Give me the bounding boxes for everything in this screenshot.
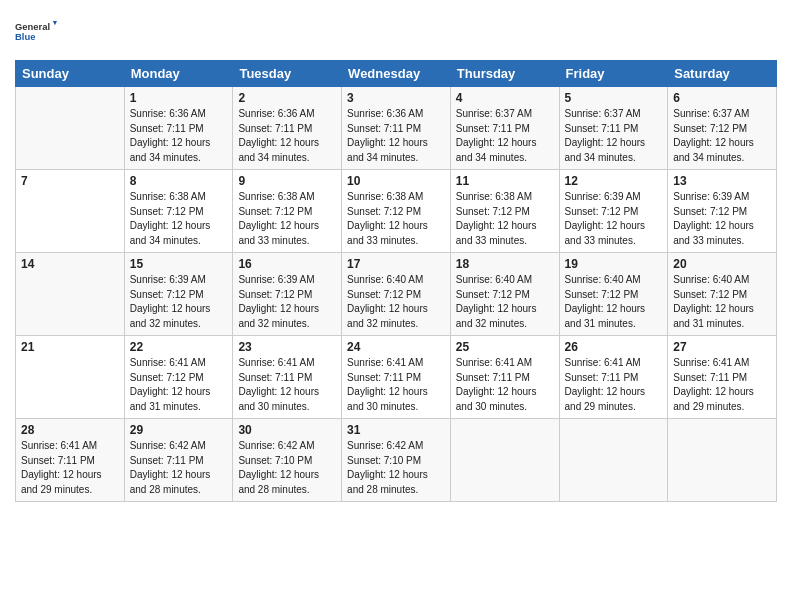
calendar-week-row: 1415Sunrise: 6:39 AM Sunset: 7:12 PM Day… [16,253,777,336]
calendar-cell: 15Sunrise: 6:39 AM Sunset: 7:12 PM Dayli… [124,253,233,336]
logo: General Blue [15,10,57,52]
day-number: 29 [130,423,228,437]
day-info: Sunrise: 6:41 AM Sunset: 7:11 PM Dayligh… [565,356,663,414]
day-info: Sunrise: 6:38 AM Sunset: 7:12 PM Dayligh… [130,190,228,248]
day-number: 9 [238,174,336,188]
calendar-cell: 6Sunrise: 6:37 AM Sunset: 7:12 PM Daylig… [668,87,777,170]
day-info: Sunrise: 6:41 AM Sunset: 7:11 PM Dayligh… [21,439,119,497]
day-info: Sunrise: 6:39 AM Sunset: 7:12 PM Dayligh… [238,273,336,331]
day-number: 8 [130,174,228,188]
calendar-cell: 8Sunrise: 6:38 AM Sunset: 7:12 PM Daylig… [124,170,233,253]
calendar-cell: 26Sunrise: 6:41 AM Sunset: 7:11 PM Dayli… [559,336,668,419]
calendar-cell: 20Sunrise: 6:40 AM Sunset: 7:12 PM Dayli… [668,253,777,336]
calendar-week-row: 2122Sunrise: 6:41 AM Sunset: 7:12 PM Day… [16,336,777,419]
day-number: 25 [456,340,554,354]
day-info: Sunrise: 6:38 AM Sunset: 7:12 PM Dayligh… [456,190,554,248]
calendar-cell: 29Sunrise: 6:42 AM Sunset: 7:11 PM Dayli… [124,419,233,502]
calendar-cell: 3Sunrise: 6:36 AM Sunset: 7:11 PM Daylig… [342,87,451,170]
calendar-cell: 4Sunrise: 6:37 AM Sunset: 7:11 PM Daylig… [450,87,559,170]
calendar-cell: 18Sunrise: 6:40 AM Sunset: 7:12 PM Dayli… [450,253,559,336]
day-number: 17 [347,257,445,271]
day-info: Sunrise: 6:42 AM Sunset: 7:10 PM Dayligh… [347,439,445,497]
day-number: 28 [21,423,119,437]
day-info: Sunrise: 6:41 AM Sunset: 7:11 PM Dayligh… [673,356,771,414]
calendar-cell: 14 [16,253,125,336]
day-info: Sunrise: 6:39 AM Sunset: 7:12 PM Dayligh… [673,190,771,248]
day-info: Sunrise: 6:38 AM Sunset: 7:12 PM Dayligh… [238,190,336,248]
day-info: Sunrise: 6:37 AM Sunset: 7:12 PM Dayligh… [673,107,771,165]
calendar-cell: 12Sunrise: 6:39 AM Sunset: 7:12 PM Dayli… [559,170,668,253]
day-number: 14 [21,257,119,271]
svg-text:Blue: Blue [15,31,35,42]
main-container: General Blue SundayMondayTuesdayWednesda… [0,0,792,512]
day-number: 27 [673,340,771,354]
day-of-week-header: Sunday [16,61,125,87]
day-info: Sunrise: 6:41 AM Sunset: 7:11 PM Dayligh… [238,356,336,414]
day-number: 10 [347,174,445,188]
day-number: 5 [565,91,663,105]
calendar-cell [16,87,125,170]
day-info: Sunrise: 6:40 AM Sunset: 7:12 PM Dayligh… [456,273,554,331]
day-number: 3 [347,91,445,105]
day-number: 13 [673,174,771,188]
day-number: 15 [130,257,228,271]
day-of-week-header: Tuesday [233,61,342,87]
day-info: Sunrise: 6:42 AM Sunset: 7:10 PM Dayligh… [238,439,336,497]
day-info: Sunrise: 6:41 AM Sunset: 7:11 PM Dayligh… [456,356,554,414]
day-info: Sunrise: 6:39 AM Sunset: 7:12 PM Dayligh… [130,273,228,331]
calendar-cell: 2Sunrise: 6:36 AM Sunset: 7:11 PM Daylig… [233,87,342,170]
day-number: 31 [347,423,445,437]
logo-svg: General Blue [15,10,57,52]
calendar-cell [450,419,559,502]
calendar-cell: 30Sunrise: 6:42 AM Sunset: 7:10 PM Dayli… [233,419,342,502]
day-number: 24 [347,340,445,354]
calendar-cell: 21 [16,336,125,419]
calendar-cell: 25Sunrise: 6:41 AM Sunset: 7:11 PM Dayli… [450,336,559,419]
calendar-header-row: SundayMondayTuesdayWednesdayThursdayFrid… [16,61,777,87]
day-number: 11 [456,174,554,188]
day-number: 16 [238,257,336,271]
day-info: Sunrise: 6:38 AM Sunset: 7:12 PM Dayligh… [347,190,445,248]
calendar-cell: 24Sunrise: 6:41 AM Sunset: 7:11 PM Dayli… [342,336,451,419]
day-number: 19 [565,257,663,271]
day-number: 18 [456,257,554,271]
calendar-week-row: 28Sunrise: 6:41 AM Sunset: 7:11 PM Dayli… [16,419,777,502]
day-of-week-header: Monday [124,61,233,87]
calendar-cell: 11Sunrise: 6:38 AM Sunset: 7:12 PM Dayli… [450,170,559,253]
day-of-week-header: Thursday [450,61,559,87]
day-info: Sunrise: 6:36 AM Sunset: 7:11 PM Dayligh… [347,107,445,165]
day-info: Sunrise: 6:41 AM Sunset: 7:11 PM Dayligh… [347,356,445,414]
day-info: Sunrise: 6:36 AM Sunset: 7:11 PM Dayligh… [238,107,336,165]
day-number: 22 [130,340,228,354]
calendar-cell: 7 [16,170,125,253]
calendar-cell: 31Sunrise: 6:42 AM Sunset: 7:10 PM Dayli… [342,419,451,502]
calendar-cell: 16Sunrise: 6:39 AM Sunset: 7:12 PM Dayli… [233,253,342,336]
day-of-week-header: Wednesday [342,61,451,87]
calendar-week-row: 78Sunrise: 6:38 AM Sunset: 7:12 PM Dayli… [16,170,777,253]
day-number: 1 [130,91,228,105]
day-info: Sunrise: 6:41 AM Sunset: 7:12 PM Dayligh… [130,356,228,414]
calendar-cell: 27Sunrise: 6:41 AM Sunset: 7:11 PM Dayli… [668,336,777,419]
day-info: Sunrise: 6:37 AM Sunset: 7:11 PM Dayligh… [565,107,663,165]
day-number: 12 [565,174,663,188]
day-number: 2 [238,91,336,105]
day-number: 26 [565,340,663,354]
calendar-cell: 19Sunrise: 6:40 AM Sunset: 7:12 PM Dayli… [559,253,668,336]
calendar-cell: 10Sunrise: 6:38 AM Sunset: 7:12 PM Dayli… [342,170,451,253]
calendar-cell [559,419,668,502]
day-info: Sunrise: 6:40 AM Sunset: 7:12 PM Dayligh… [673,273,771,331]
day-info: Sunrise: 6:42 AM Sunset: 7:11 PM Dayligh… [130,439,228,497]
calendar-cell: 22Sunrise: 6:41 AM Sunset: 7:12 PM Dayli… [124,336,233,419]
day-info: Sunrise: 6:36 AM Sunset: 7:11 PM Dayligh… [130,107,228,165]
day-info: Sunrise: 6:40 AM Sunset: 7:12 PM Dayligh… [565,273,663,331]
day-of-week-header: Saturday [668,61,777,87]
day-of-week-header: Friday [559,61,668,87]
day-info: Sunrise: 6:37 AM Sunset: 7:11 PM Dayligh… [456,107,554,165]
day-number: 30 [238,423,336,437]
calendar-cell: 17Sunrise: 6:40 AM Sunset: 7:12 PM Dayli… [342,253,451,336]
calendar-cell: 13Sunrise: 6:39 AM Sunset: 7:12 PM Dayli… [668,170,777,253]
calendar-cell: 9Sunrise: 6:38 AM Sunset: 7:12 PM Daylig… [233,170,342,253]
day-info: Sunrise: 6:39 AM Sunset: 7:12 PM Dayligh… [565,190,663,248]
calendar-body: 1Sunrise: 6:36 AM Sunset: 7:11 PM Daylig… [16,87,777,502]
calendar-cell: 23Sunrise: 6:41 AM Sunset: 7:11 PM Dayli… [233,336,342,419]
